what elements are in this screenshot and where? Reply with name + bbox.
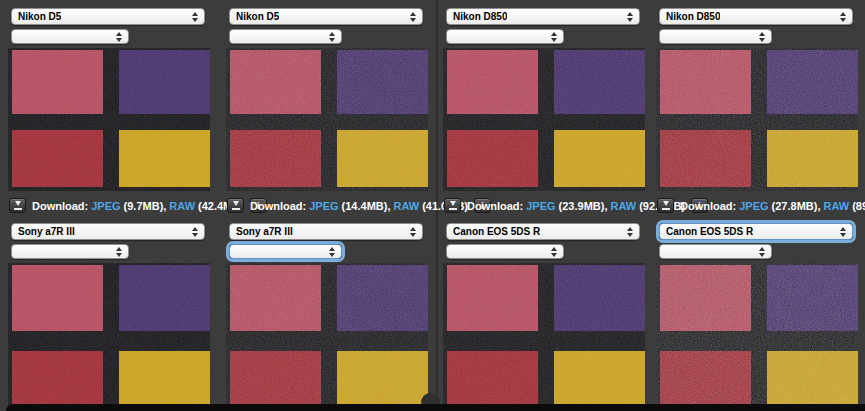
patch-bottom-right: [554, 130, 645, 187]
patch-bottom-left: [660, 351, 751, 411]
sample-crop-image[interactable]: [656, 48, 858, 191]
download-bar: Download: JPEG (9.7MB), RAW (42.4MB) i: [9, 198, 209, 213]
up-down-arrows-icon: [192, 12, 198, 22]
raw-size: (89.2MB): [852, 200, 865, 212]
up-down-arrows-icon: [551, 247, 557, 257]
sample-crop-image[interactable]: [226, 263, 428, 411]
download-bar: Download: JPEG (14.4MB), RAW (41.0MB) i: [227, 198, 427, 213]
comparison-panel: Nikon D850 ISO 3200 +1EV (FF) Download: …: [443, 8, 645, 213]
comparison-panel: Nikon D5 ISO 200 +5EV (FF) Download: JPE…: [226, 8, 428, 213]
camera-select-value: Sony a7R III: [18, 226, 75, 237]
raw-link[interactable]: RAW: [393, 200, 419, 212]
comparison-panel: Nikon D5 ISO 3200 +1EV (FF) Download: JP…: [8, 8, 210, 213]
patch-top-left: [660, 265, 751, 331]
camera-select-value: Nikon D5: [18, 11, 61, 22]
iso-select[interactable]: ISO 3200 +1EV (FF): [11, 244, 129, 259]
patch-top-left: [660, 50, 751, 114]
up-down-arrows-icon: [840, 227, 846, 237]
download-label: Download:: [467, 200, 523, 212]
sample-crop-image[interactable]: [443, 48, 645, 191]
camera-select[interactable]: Nikon D850: [659, 8, 853, 25]
iso-select[interactable]: ISO 3200 +1EV (FF): [11, 29, 129, 44]
patch-bottom-right: [337, 351, 428, 411]
iso-select[interactable]: ISO 3200 +1EV (FF): [446, 244, 564, 259]
jpeg-size: (9.7MB),: [124, 200, 167, 212]
jpeg-link[interactable]: JPEG: [309, 200, 338, 212]
up-down-arrows-icon: [759, 32, 765, 42]
patch-bottom-right: [767, 351, 858, 411]
patch-bottom-left: [230, 351, 321, 411]
raw-link[interactable]: RAW: [169, 200, 195, 212]
download-bar: Download: JPEG (23.9MB), RAW (92.1MB) i: [444, 198, 644, 213]
sample-crop-image[interactable]: [8, 263, 210, 411]
patch-top-right: [767, 50, 858, 114]
patch-bottom-right: [767, 130, 858, 187]
patch-top-right: [767, 265, 858, 331]
comparison-panel: Canon EOS 5DS R ISO 200 +5EV (FF): [656, 223, 858, 411]
camera-select[interactable]: Nikon D5: [229, 8, 423, 25]
patch-bottom-left: [660, 130, 751, 187]
camera-select[interactable]: Nikon D850: [446, 8, 640, 25]
camera-select[interactable]: Sony a7R III: [229, 223, 423, 240]
download-icon[interactable]: [9, 198, 26, 213]
camera-select[interactable]: Sony a7R III: [11, 223, 205, 240]
download-label: Download:: [680, 200, 736, 212]
download-text: Download: JPEG (23.9MB), RAW (92.1MB): [467, 200, 685, 212]
download-icon[interactable]: [444, 198, 461, 213]
jpeg-link[interactable]: JPEG: [91, 200, 120, 212]
camera-comparison-tool: Nikon D5 ISO 3200 +1EV (FF) Download: JP…: [0, 0, 865, 411]
up-down-arrows-icon: [840, 12, 846, 22]
download-text: Download: JPEG (27.8MB), RAW (89.2MB): [680, 200, 865, 212]
sample-crop-image[interactable]: [8, 48, 210, 191]
up-down-arrows-icon: [410, 12, 416, 22]
patch-bottom-left: [12, 351, 103, 411]
raw-link[interactable]: RAW: [823, 200, 849, 212]
jpeg-size: (14.4MB),: [342, 200, 391, 212]
up-down-arrows-icon: [627, 12, 633, 22]
download-text: Download: JPEG (9.7MB), RAW (42.4MB): [32, 200, 244, 212]
sample-crop-image[interactable]: [443, 263, 645, 411]
comparison-panel: Nikon D850 ISO 200 +5EV (FF) Download: J…: [656, 8, 858, 213]
camera-select-value: Nikon D5: [236, 11, 279, 22]
download-text: Download: JPEG (14.4MB), RAW (41.0MB): [250, 200, 468, 212]
download-label: Download:: [250, 200, 306, 212]
download-label: Download:: [32, 200, 88, 212]
patch-top-right: [119, 265, 210, 331]
iso-select[interactable]: ISO 200 +5EV (FF): [229, 29, 342, 44]
camera-select[interactable]: Canon EOS 5DS R: [446, 223, 640, 240]
raw-link[interactable]: RAW: [610, 200, 636, 212]
camera-select-value: Canon EOS 5DS R: [453, 226, 540, 237]
jpeg-link[interactable]: JPEG: [526, 200, 555, 212]
iso-select[interactable]: ISO 200 +5EV (FF): [659, 29, 772, 44]
camera-select[interactable]: Canon EOS 5DS R: [659, 223, 853, 240]
up-down-arrows-icon: [410, 227, 416, 237]
patch-bottom-left: [12, 130, 103, 187]
patch-top-right: [554, 265, 645, 331]
bottom-bar: [6, 404, 865, 411]
jpeg-link[interactable]: JPEG: [739, 200, 768, 212]
iso-select[interactable]: ISO 200 +5EV (FF): [229, 244, 342, 259]
up-down-arrows-icon: [759, 247, 765, 257]
comparison-panel: Sony a7R III ISO 200 +5EV (FF): [226, 223, 428, 411]
download-icon[interactable]: [227, 198, 244, 213]
patch-bottom-right: [554, 351, 645, 411]
patch-top-left: [230, 265, 321, 331]
patch-top-right: [554, 50, 645, 114]
up-down-arrows-icon: [329, 247, 335, 257]
patch-bottom-left: [230, 130, 321, 187]
iso-select[interactable]: ISO 200 +5EV (FF): [659, 244, 772, 259]
patch-top-left: [447, 50, 538, 114]
sample-crop-image[interactable]: [226, 48, 428, 191]
iso-select[interactable]: ISO 3200 +1EV (FF): [446, 29, 564, 44]
patch-bottom-right: [119, 130, 210, 187]
comparison-panel: Sony a7R III ISO 3200 +1EV (FF): [8, 223, 210, 411]
sample-crop-image[interactable]: [656, 263, 858, 411]
patch-bottom-left: [447, 351, 538, 411]
up-down-arrows-icon: [627, 227, 633, 237]
download-icon[interactable]: [657, 198, 674, 213]
camera-select[interactable]: Nikon D5: [11, 8, 205, 25]
patch-top-left: [230, 50, 321, 114]
patch-bottom-left: [447, 130, 538, 187]
up-down-arrows-icon: [116, 247, 122, 257]
up-down-arrows-icon: [551, 32, 557, 42]
